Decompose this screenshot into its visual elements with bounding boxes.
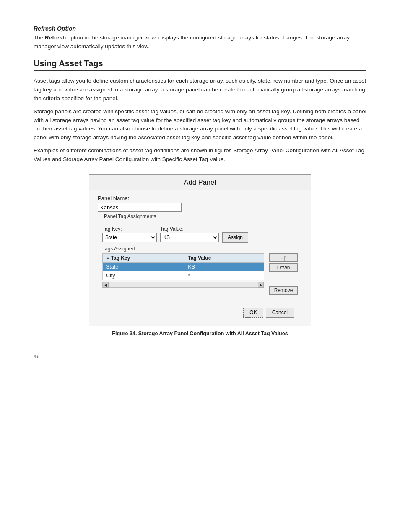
tag-key-select[interactable]: State xyxy=(102,233,157,242)
tags-table: Tag Key Tag Value State KS Cit xyxy=(102,253,264,280)
tag-key-cell-city: City xyxy=(103,271,184,280)
refresh-option-heading: Refresh Option xyxy=(34,25,366,32)
add-panel-dialog-wrapper: Add Panel Panel Name: Panel Tag Assignme… xyxy=(34,174,366,326)
scroll-left-arrow[interactable]: ◀ xyxy=(103,282,109,288)
table-row[interactable]: State KS xyxy=(103,263,264,271)
figure-caption: Figure 34. Storage Array Panel Configura… xyxy=(34,331,366,336)
tags-assigned-label: Tags Assigned: xyxy=(102,246,298,252)
panel-name-input[interactable] xyxy=(98,203,182,212)
dialog-footer: OK Cancel xyxy=(98,303,302,318)
add-panel-dialog: Add Panel Panel Name: Panel Tag Assignme… xyxy=(89,174,311,326)
assign-button[interactable]: Assign xyxy=(222,232,248,243)
dialog-title: Add Panel xyxy=(89,175,311,190)
tag-key-col: Tag Key: State xyxy=(102,226,157,242)
tag-value-select[interactable]: KS xyxy=(160,233,219,242)
asset-tags-para1: Asset tags allow you to define custom ch… xyxy=(34,77,366,103)
refresh-bold: Refresh xyxy=(45,34,66,41)
remove-button[interactable]: Remove xyxy=(269,286,298,295)
panel-name-label: Panel Name: xyxy=(98,195,302,201)
tag-value-cell-star: * xyxy=(184,271,264,280)
table-row[interactable]: City * xyxy=(103,271,264,280)
dialog-body: Panel Name: Panel Tag Assignments Tag Ke… xyxy=(89,190,311,319)
scroll-right-arrow[interactable]: ▶ xyxy=(258,282,264,288)
tag-value-column-header[interactable]: Tag Value xyxy=(184,254,264,263)
tag-value-col: Tag Value: KS xyxy=(160,226,219,242)
panel-tag-legend: Panel Tag Assignments xyxy=(102,214,158,219)
down-button[interactable]: Down xyxy=(269,263,298,272)
cancel-button[interactable]: Cancel xyxy=(266,308,294,318)
panel-tag-assignments-section: Panel Tag Assignments Tag Key: State Tag… xyxy=(98,217,302,299)
tag-key-cell-state: State xyxy=(103,263,184,271)
using-asset-tags-heading: Using Asset Tags xyxy=(34,59,366,71)
dialog-content-area: Tag Key Tag Value State KS Cit xyxy=(102,253,298,295)
refresh-option-paragraph: The Refresh option in the storage manage… xyxy=(34,34,366,51)
ok-button[interactable]: OK xyxy=(243,308,263,318)
up-button[interactable]: Up xyxy=(269,253,298,262)
tag-key-column-header[interactable]: Tag Key xyxy=(103,254,184,263)
tag-value-cell-ks: KS xyxy=(184,263,264,271)
tag-key-value-row: Tag Key: State Tag Value: KS Assign xyxy=(102,226,298,243)
tag-key-label: Tag Key: xyxy=(102,226,157,232)
horizontal-scrollbar[interactable]: ◀ ▶ xyxy=(102,282,264,288)
side-buttons: Up Down Remove xyxy=(264,253,298,295)
tags-table-body: State KS City * xyxy=(103,263,264,280)
asset-tags-para3: Examples of different combinations of as… xyxy=(34,146,366,164)
scroll-track xyxy=(109,282,258,287)
page-number: 46 xyxy=(34,353,366,360)
tag-value-label: Tag Value: xyxy=(160,226,219,232)
tags-table-header-row: Tag Key Tag Value xyxy=(103,254,264,263)
tags-table-area: Tag Key Tag Value State KS Cit xyxy=(102,253,264,295)
asset-tags-para2: Storage panels are created with specific… xyxy=(34,107,366,143)
